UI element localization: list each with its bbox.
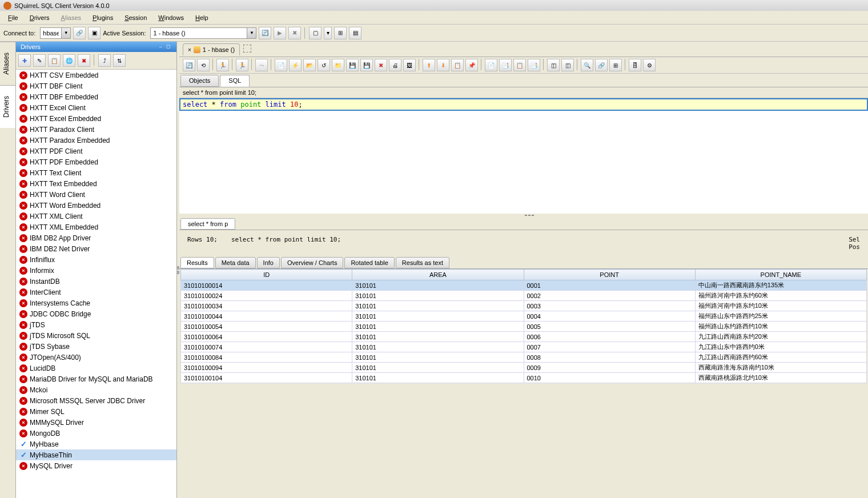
- table-cell[interactable]: 福州路河南中路东约60米: [695, 291, 866, 301]
- table-cell[interactable]: 31010100104: [181, 373, 352, 383]
- column-header[interactable]: POINT: [524, 270, 695, 280]
- table-row[interactable]: 310101000543101010005福州路山东约路西约10米: [181, 322, 867, 332]
- column-header[interactable]: POINT_NAME: [695, 270, 866, 280]
- table-cell[interactable]: 31010100084: [181, 352, 352, 363]
- result-subtab-rotated-table[interactable]: Rotated table: [344, 257, 394, 268]
- append-icon[interactable]: ⤳: [255, 59, 268, 71]
- table-cell[interactable]: 31010100014: [181, 280, 352, 291]
- aliases-vert-tab[interactable]: Aliases: [0, 42, 15, 85]
- objects-tab[interactable]: Objects: [180, 75, 219, 87]
- table-cell[interactable]: 0009: [524, 363, 695, 373]
- driver-item[interactable]: ×HXTT DBF Client: [16, 81, 176, 91]
- connect-button[interactable]: 🔗: [73, 27, 86, 39]
- menu-help[interactable]: Help: [190, 13, 214, 23]
- table-cell[interactable]: 0004: [524, 311, 695, 322]
- table-row[interactable]: 310101000643101010006九江路山西南路东约20米: [181, 332, 867, 342]
- maximize-icon[interactable]: ▢: [166, 44, 172, 50]
- table-cell[interactable]: 中山南一路西藏南路东约135米: [695, 280, 866, 291]
- table-cell[interactable]: 0005: [524, 322, 695, 332]
- table-cell[interactable]: 九江路山西南路西约60米: [695, 352, 866, 363]
- column-header[interactable]: AREA: [352, 270, 524, 280]
- driver-item[interactable]: ×Infiniflux: [16, 254, 176, 265]
- copy3-icon[interactable]: 📋: [513, 59, 526, 71]
- next-icon[interactable]: ⬇: [437, 59, 449, 71]
- table-cell[interactable]: 0006: [524, 332, 695, 342]
- result-subtab-info[interactable]: Info: [257, 257, 280, 268]
- driver-item[interactable]: ×InterClient: [16, 287, 176, 298]
- copy-driver-button[interactable]: 📋: [48, 54, 61, 67]
- delete-driver-button[interactable]: ✖: [78, 54, 90, 67]
- table-row[interactable]: 310101000943101010009西藏南路淮海东路南约10米: [181, 363, 867, 373]
- table-row[interactable]: 310101001043101010010西藏南路桃源路北约10米: [181, 373, 867, 383]
- table-cell[interactable]: 福州路河南中路东约10米: [695, 301, 866, 311]
- driver-item[interactable]: ×Microsoft MSSQL Server JDBC Driver: [16, 395, 176, 406]
- history-icon[interactable]: 📋: [451, 59, 464, 71]
- menu-windows[interactable]: Windows: [152, 13, 190, 23]
- settings-icon[interactable]: ⚙: [643, 59, 656, 71]
- zoom-icon[interactable]: 🔍: [581, 59, 593, 71]
- table-cell[interactable]: 310101: [352, 280, 524, 291]
- table-cell[interactable]: 31010100064: [181, 332, 352, 342]
- run-button[interactable]: ▶: [274, 27, 286, 39]
- table-cell[interactable]: 0008: [524, 352, 695, 363]
- close-tab-icon[interactable]: ×: [188, 47, 191, 53]
- table-row[interactable]: 310101000143101010001中山南一路西藏南路东约135米: [181, 280, 867, 291]
- table-cell[interactable]: 310101: [352, 301, 524, 311]
- catalog-icon[interactable]: ⟲: [197, 59, 210, 71]
- table-cell[interactable]: 九江路山西南路东约20米: [695, 332, 866, 342]
- driver-item[interactable]: ×HXTT Excel Embedded: [16, 113, 176, 124]
- driver-item[interactable]: ×HXTT XML Client: [16, 211, 176, 222]
- driver-item[interactable]: ×HXTT Excel Client: [16, 102, 176, 113]
- driver-item[interactable]: ✓MyHbaseThin: [16, 449, 176, 460]
- run-all-icon[interactable]: 🏃: [236, 59, 248, 71]
- table-row[interactable]: 310101000743101010007九江路山东中路西约0米: [181, 342, 867, 352]
- result-subtab-results-as-text[interactable]: Results as text: [396, 257, 449, 268]
- driver-item[interactable]: ×HXTT CSV Embedded: [16, 70, 176, 81]
- folder-icon[interactable]: 📁: [332, 59, 344, 71]
- driver-item[interactable]: ×HXTT Paradox Client: [16, 124, 176, 135]
- driver-item[interactable]: ×MySQL Driver: [16, 460, 176, 471]
- save-icon[interactable]: 💾: [346, 59, 359, 71]
- driver-item[interactable]: ×HXTT DBF Embedded: [16, 91, 176, 102]
- table-cell[interactable]: 福州路山东约路西约10米: [695, 322, 866, 332]
- prev-icon[interactable]: ⬆: [423, 59, 435, 71]
- menu-plugins[interactable]: Plugins: [87, 13, 119, 23]
- saveas-icon[interactable]: 💾: [360, 59, 373, 71]
- table-cell[interactable]: 西藏南路淮海东路南约10米: [695, 363, 866, 373]
- driver-item[interactable]: ×LucidDB: [16, 363, 176, 374]
- driver-item[interactable]: ×MariaDB Driver for MySQL and MariaDB: [16, 374, 176, 384]
- result-subtab-meta-data[interactable]: Meta data: [215, 257, 256, 268]
- tile-button[interactable]: ⊞: [334, 27, 347, 39]
- table-cell[interactable]: 福州路山东中路西约25米: [695, 311, 866, 322]
- driver-item[interactable]: ×Mckoi: [16, 384, 176, 395]
- result-tab[interactable]: select * from p: [180, 218, 235, 230]
- table-cell[interactable]: 0010: [524, 373, 695, 383]
- layout-button[interactable]: ▢: [309, 27, 322, 39]
- revert-icon[interactable]: ↺: [318, 59, 330, 71]
- driver-item[interactable]: ×HXTT Word Client: [16, 189, 176, 200]
- new-session-button[interactable]: ▣: [88, 27, 101, 39]
- minimize-icon[interactable]: –: [159, 44, 165, 50]
- table-cell[interactable]: 31010100034: [181, 301, 352, 311]
- tool-b-icon[interactable]: ◫: [561, 59, 574, 71]
- table-cell[interactable]: 西藏南路桃源路北约10米: [695, 373, 866, 383]
- table-cell[interactable]: 31010100044: [181, 311, 352, 322]
- driver-item[interactable]: ×Mimer SQL: [16, 406, 176, 417]
- result-subtab-overview-charts[interactable]: Overview / Charts: [281, 257, 343, 268]
- session-combo[interactable]: ▼: [150, 27, 256, 39]
- table-cell[interactable]: 310101: [352, 311, 524, 322]
- new-file-icon[interactable]: 📄: [275, 59, 287, 71]
- table-cell[interactable]: 31010100054: [181, 322, 352, 332]
- table-cell[interactable]: 310101: [352, 352, 524, 363]
- driver-item[interactable]: ×Intersystems Cache: [16, 298, 176, 308]
- table-cell[interactable]: 310101: [352, 363, 524, 373]
- menu-file[interactable]: File: [2, 13, 24, 23]
- globe-button[interactable]: 🌐: [63, 54, 75, 67]
- driver-item[interactable]: ×HXTT Text Embedded: [16, 178, 176, 189]
- result-subtab-results[interactable]: Results: [180, 257, 214, 268]
- column-header[interactable]: ID: [181, 270, 352, 280]
- copy2-icon[interactable]: 📑: [499, 59, 512, 71]
- driver-item[interactable]: ×MMMySQL Driver: [16, 417, 176, 428]
- copy1-icon[interactable]: 📄: [485, 59, 497, 71]
- menu-drivers[interactable]: Drivers: [24, 13, 55, 23]
